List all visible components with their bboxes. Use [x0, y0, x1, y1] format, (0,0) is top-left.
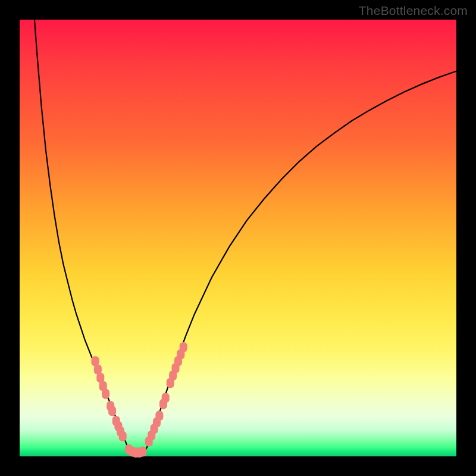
data-marker — [108, 406, 116, 416]
curve-layer — [35, 20, 456, 452]
data-marker — [102, 389, 109, 399]
chart-svg — [20, 20, 456, 456]
data-marker — [155, 411, 163, 421]
watermark-text: TheBottleneck.com — [359, 4, 468, 18]
data-marker — [162, 393, 170, 403]
chart-frame: TheBottleneck.com — [0, 0, 476, 476]
data-marker — [119, 431, 127, 441]
data-marker — [180, 342, 187, 352]
bottleneck-curve — [35, 20, 456, 452]
marker-layer — [91, 342, 187, 458]
data-marker — [139, 446, 146, 456]
